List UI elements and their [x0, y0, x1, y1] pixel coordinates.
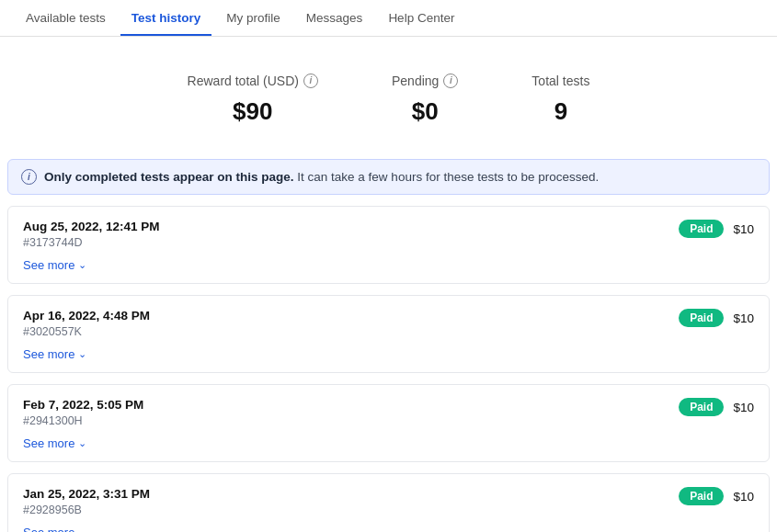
reward-value: $90 — [188, 97, 318, 126]
test-id: #2941300H — [23, 414, 143, 427]
test-amount: $10 — [733, 222, 754, 236]
pending-stat: Pending i $0 — [392, 74, 458, 126]
test-list: Aug 25, 2022, 12:41 PM #3173744D Paid $1… — [7, 206, 770, 532]
test-item-header: Aug 25, 2022, 12:41 PM #3173744D Paid $1… — [23, 220, 754, 249]
see-more-button[interactable]: See more ⌄ — [23, 436, 86, 450]
test-amount: $10 — [733, 401, 754, 414]
test-amount: $10 — [733, 311, 754, 325]
test-id: #2928956B — [23, 504, 150, 516]
test-date: Feb 7, 2022, 5:05 PM — [23, 398, 143, 412]
banner-text: Only completed tests appear on this page… — [44, 170, 599, 184]
pending-value: $0 — [392, 97, 458, 126]
chevron-down-icon: ⌄ — [78, 437, 86, 449]
test-id: #3020557K — [23, 325, 150, 338]
test-item-header: Feb 7, 2022, 5:05 PM #2941300H Paid $10 — [23, 398, 754, 427]
reward-label: Reward total (USD) i — [188, 74, 318, 88]
test-item-header: Apr 16, 2022, 4:48 PM #3020557K Paid $10 — [23, 309, 754, 338]
see-more-button[interactable]: See more ⌄ — [23, 347, 86, 361]
see-more-label: See more — [23, 436, 74, 450]
test-id: #3173744D — [23, 236, 160, 249]
status-badge: Paid — [679, 398, 724, 416]
pending-label: Pending i — [392, 74, 458, 88]
see-more-button[interactable]: See more ⌄ — [23, 258, 86, 272]
test-date: Aug 25, 2022, 12:41 PM — [23, 220, 160, 233]
test-right: Paid $10 — [679, 398, 754, 416]
chevron-down-icon: ⌄ — [78, 526, 86, 532]
test-item: Aug 25, 2022, 12:41 PM #3173744D Paid $1… — [7, 206, 770, 284]
banner-rest: It can take a few hours for these tests … — [294, 170, 600, 184]
nav-item-my-profile[interactable]: My profile — [215, 2, 291, 36]
status-badge: Paid — [679, 487, 724, 505]
test-meta: Feb 7, 2022, 5:05 PM #2941300H — [23, 398, 143, 427]
test-amount: $10 — [733, 490, 754, 504]
nav-item-available-tests[interactable]: Available tests — [15, 2, 117, 36]
test-item: Apr 16, 2022, 4:48 PM #3020557K Paid $10… — [7, 295, 770, 373]
test-item-header: Jan 25, 2022, 3:31 PM #2928956B Paid $10 — [23, 487, 754, 516]
reward-info-icon[interactable]: i — [303, 74, 318, 88]
test-meta: Aug 25, 2022, 12:41 PM #3173744D — [23, 220, 160, 249]
banner-bold: Only completed tests appear on this page… — [44, 170, 294, 184]
nav-item-messages[interactable]: Messages — [295, 2, 374, 36]
banner-icon: i — [21, 169, 37, 185]
total-tests-value: 9 — [531, 97, 589, 126]
see-more-label: See more — [23, 258, 74, 272]
test-item: Jan 25, 2022, 3:31 PM #2928956B Paid $10… — [7, 473, 770, 532]
nav-bar: Available testsTest historyMy profileMes… — [0, 0, 777, 37]
test-meta: Jan 25, 2022, 3:31 PM #2928956B — [23, 487, 150, 516]
test-right: Paid $10 — [679, 220, 754, 238]
nav-item-test-history[interactable]: Test history — [120, 2, 212, 36]
reward-stat: Reward total (USD) i $90 — [188, 74, 318, 126]
chevron-down-icon: ⌄ — [78, 259, 86, 271]
test-item: Feb 7, 2022, 5:05 PM #2941300H Paid $10 … — [7, 384, 770, 462]
total-tests-stat: Total tests 9 — [531, 74, 589, 126]
see-more-label: See more — [23, 526, 74, 532]
test-right: Paid $10 — [679, 309, 754, 327]
status-badge: Paid — [679, 309, 724, 327]
chevron-down-icon: ⌄ — [78, 348, 86, 360]
nav-item-help-center[interactable]: Help Center — [377, 2, 465, 36]
pending-info-icon[interactable]: i — [443, 74, 458, 88]
status-badge: Paid — [679, 220, 724, 238]
stats-section: Reward total (USD) i $90 Pending i $0 To… — [0, 37, 777, 159]
test-right: Paid $10 — [679, 487, 754, 505]
see-more-label: See more — [23, 347, 74, 361]
test-date: Jan 25, 2022, 3:31 PM — [23, 487, 150, 501]
see-more-button[interactable]: See more ⌄ — [23, 526, 86, 532]
test-meta: Apr 16, 2022, 4:48 PM #3020557K — [23, 309, 150, 338]
total-tests-label: Total tests — [531, 74, 589, 88]
test-date: Apr 16, 2022, 4:48 PM — [23, 309, 150, 323]
info-banner: i Only completed tests appear on this pa… — [7, 159, 770, 195]
